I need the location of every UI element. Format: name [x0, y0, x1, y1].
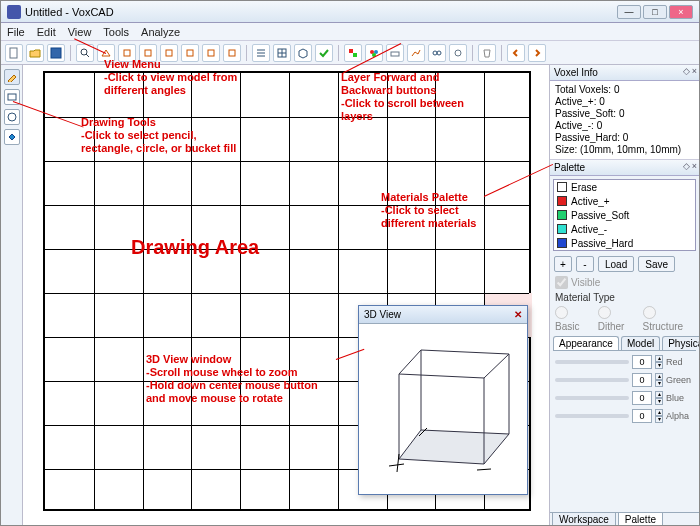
workspace-tab[interactable]: Workspace [552, 513, 616, 526]
3d-view-window[interactable]: 3D View ✕ [358, 305, 528, 495]
maximize-button[interactable]: □ [643, 5, 667, 19]
visible-checkbox[interactable] [555, 276, 568, 289]
close-button[interactable]: × [669, 5, 693, 19]
appearance-tab[interactable]: Appearance [553, 336, 619, 350]
dock-icon[interactable]: ◇ [683, 66, 690, 76]
new-icon[interactable] [5, 44, 23, 62]
minimize-button[interactable]: — [617, 5, 641, 19]
menu-file[interactable]: File [7, 26, 25, 38]
view-top-icon[interactable] [118, 44, 136, 62]
box-icon[interactable] [294, 44, 312, 62]
svg-rect-6 [166, 50, 172, 56]
bucket-tool-icon[interactable] [4, 129, 20, 145]
title-bar: Untitled - VoxCAD — □ × [1, 1, 699, 23]
swatch-icon [557, 210, 567, 220]
palette-tab[interactable]: Palette [618, 513, 663, 526]
svg-rect-9 [229, 50, 235, 56]
palette-item[interactable]: Passive_Soft [554, 208, 695, 222]
dock-icon[interactable]: ◇ [683, 161, 690, 171]
swatch-icon [557, 238, 567, 248]
slider-value[interactable]: 0 [632, 373, 652, 387]
menu-edit[interactable]: Edit [37, 26, 56, 38]
layer-forward-icon[interactable] [528, 44, 546, 62]
svg-rect-25 [8, 94, 16, 100]
svg-point-24 [455, 50, 461, 56]
sim-icon[interactable] [386, 44, 404, 62]
svg-rect-21 [391, 52, 399, 56]
3d-view-body[interactable] [359, 324, 527, 494]
slider-track[interactable] [555, 378, 629, 382]
slider-value[interactable]: 0 [632, 355, 652, 369]
palette-item[interactable]: Active_+ [554, 194, 695, 208]
svg-rect-5 [145, 50, 151, 56]
svg-rect-17 [353, 53, 357, 57]
basic-radio[interactable] [555, 306, 568, 319]
circle-tool-icon[interactable] [4, 109, 20, 125]
add-material-button[interactable]: + [554, 256, 572, 272]
save-button[interactable]: Save [638, 256, 675, 272]
toolbar [1, 41, 699, 65]
step-up-icon[interactable]: ▴ [655, 355, 663, 362]
svg-rect-7 [187, 50, 193, 56]
step-down-icon[interactable]: ▾ [655, 362, 663, 369]
svg-point-26 [8, 113, 16, 121]
pencil-tool-icon[interactable] [4, 69, 20, 85]
remove-material-button[interactable]: - [576, 256, 594, 272]
view-right-icon[interactable] [181, 44, 199, 62]
slider-track[interactable] [555, 360, 629, 364]
check-icon[interactable] [315, 44, 333, 62]
save-icon[interactable] [47, 44, 65, 62]
trash-icon[interactable] [478, 44, 496, 62]
menu-view[interactable]: View [68, 26, 92, 38]
svg-line-30 [477, 469, 491, 470]
open-icon[interactable] [26, 44, 44, 62]
step-down-icon[interactable]: ▾ [655, 380, 663, 387]
menu-tools[interactable]: Tools [103, 26, 129, 38]
gear-icon[interactable] [449, 44, 467, 62]
3d-view-close-icon[interactable]: ✕ [514, 309, 522, 320]
3d-view-titlebar[interactable]: 3D View ✕ [359, 306, 527, 324]
panel-close-icon[interactable]: × [692, 66, 697, 76]
palette-item[interactable]: Active_- [554, 222, 695, 236]
step-up-icon[interactable]: ▴ [655, 373, 663, 380]
palette-item[interactable]: Erase [554, 180, 695, 194]
colors-icon[interactable] [365, 44, 383, 62]
slider-label: Blue [666, 393, 694, 403]
slider-value[interactable]: 0 [632, 391, 652, 405]
view-left-icon[interactable] [160, 44, 178, 62]
view-back-icon[interactable] [223, 44, 241, 62]
list-icon[interactable] [252, 44, 270, 62]
step-up-icon[interactable]: ▴ [655, 391, 663, 398]
swatch-icon [557, 196, 567, 206]
step-down-icon[interactable]: ▾ [655, 398, 663, 405]
grid-icon[interactable] [273, 44, 291, 62]
step-down-icon[interactable]: ▾ [655, 416, 663, 423]
panel-close-icon[interactable]: × [692, 161, 697, 171]
palette-icon[interactable] [344, 44, 362, 62]
view-persp-icon[interactable] [97, 44, 115, 62]
slider-track[interactable] [555, 396, 629, 400]
load-button[interactable]: Load [598, 256, 634, 272]
dither-radio[interactable] [598, 306, 611, 319]
slider-track[interactable] [555, 414, 629, 418]
view-front-icon[interactable] [202, 44, 220, 62]
slider-value[interactable]: 0 [632, 409, 652, 423]
graph-icon[interactable] [407, 44, 425, 62]
svg-point-22 [433, 51, 437, 55]
zoom-icon[interactable] [76, 44, 94, 62]
slider-row: 0 ▴▾ Alpha [555, 409, 694, 423]
side-panel: Voxel Info ◇× Total Voxels: 0 Active_+: … [549, 65, 699, 526]
palette-item[interactable]: Passive_Hard [554, 236, 695, 250]
link-icon[interactable] [428, 44, 446, 62]
menu-analyze[interactable]: Analyze [141, 26, 180, 38]
step-up-icon[interactable]: ▴ [655, 409, 663, 416]
swatch-icon [557, 182, 567, 192]
physical-tab[interactable]: Physical [662, 336, 700, 350]
model-tab[interactable]: Model [621, 336, 660, 350]
svg-rect-0 [10, 48, 17, 58]
layer-back-icon[interactable] [507, 44, 525, 62]
rectangle-tool-icon[interactable] [4, 89, 20, 105]
structure-radio[interactable] [643, 306, 656, 319]
view-bottom-icon[interactable] [139, 44, 157, 62]
palette-list: EraseActive_+Passive_SoftActive_-Passive… [553, 179, 696, 251]
